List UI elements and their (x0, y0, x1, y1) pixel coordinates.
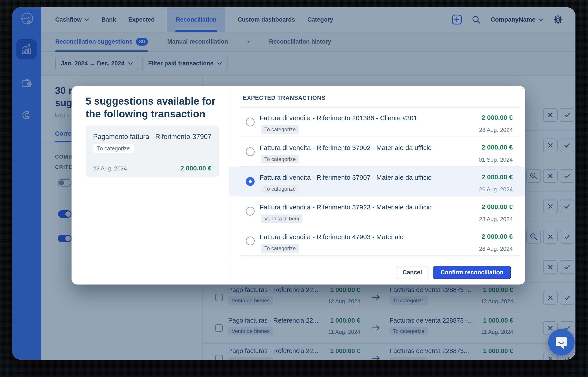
modal-source-panel: 5 suggestions available for the followin… (71, 86, 229, 284)
suggestion-radio-checked[interactable] (246, 177, 255, 186)
suggestion-amount: 2 000.00 € (482, 114, 513, 121)
source-transaction-date: 28 Aug. 2024 (93, 165, 127, 172)
modal-footer: Cancel Confirm reconciliation (229, 260, 525, 284)
suggestion-amount: 2 000.00 € (482, 143, 513, 151)
confirm-reconciliation-button[interactable]: Confirm reconciliation (433, 266, 511, 279)
chat-bubble-icon (554, 335, 568, 349)
suggestion-row[interactable]: Fattura di vendita - Riferimento 47903 -… (229, 226, 525, 256)
suggestion-row[interactable]: Fattura di vendita - Riferimento 201386 … (229, 107, 525, 137)
suggestion-date: 26 Aug. 2024 (479, 186, 513, 193)
suggestion-row[interactable]: Fattura di vendita - Riferimento 37923 -… (229, 196, 525, 226)
suggestion-category-badge: To categorize (261, 244, 299, 253)
suggestion-title: Fattura di vendita - Riferimento 37902 -… (260, 144, 432, 152)
cancel-button[interactable]: Cancel (396, 266, 429, 279)
source-transaction-amount: 2 000.00 € (180, 165, 212, 172)
suggestion-title: Fattura di vendita - Riferimento 47903 -… (260, 233, 404, 241)
suggestion-radio[interactable] (246, 207, 255, 216)
suggestion-title: Fattura di vendita - Riferimento 201386 … (260, 114, 417, 122)
suggestion-amount: 2 000.00 € (482, 173, 513, 181)
suggestion-row-selected[interactable]: Fattura di vendita - Riferimento 37907 -… (229, 167, 525, 196)
screen: { "colors": { "accent": "#2b55e0", "link… (0, 0, 588, 377)
suggestion-title: Fattura di vendita - Riferimento 37907 -… (260, 174, 432, 181)
suggestion-date: 28 Aug. 2024 (479, 216, 513, 223)
suggestion-radio[interactable] (246, 118, 255, 126)
suggestion-date: 28 Aug. 2024 (479, 246, 513, 252)
source-transaction-title: Pagamento fattura - Riferimento-37907 (93, 132, 212, 141)
source-category-badge: To categorize (93, 144, 134, 153)
suggestion-category-badge: To categorize (261, 155, 299, 163)
app-window: Cashflow Bank Expected Reconciliation Cu… (12, 7, 576, 360)
suggestion-list: Fattura di vendita - Riferimento 201386 … (229, 107, 525, 256)
suggestion-date: 01 Sep. 2024 (479, 156, 513, 163)
suggestion-radio[interactable] (246, 147, 255, 156)
suggestion-category-badge: To categorize (261, 125, 299, 134)
suggestion-category-badge: Vendita di beni (261, 214, 302, 223)
suggestion-date: 28 Aug. 2024 (479, 127, 513, 133)
chat-support-button[interactable] (548, 329, 575, 355)
expected-transactions-header: EXPECTED TRANSACTIONS (243, 94, 326, 101)
suggestion-title: Fattura di vendita - Riferimento 37923 -… (260, 203, 432, 211)
suggestion-row[interactable]: Fattura di vendita - Riferimento 37902 -… (229, 137, 525, 167)
source-transaction-card: Pagamento fattura - Riferimento-37907 To… (86, 126, 219, 177)
reconciliation-suggestions-modal: 5 suggestions available for the followin… (71, 86, 525, 284)
suggestion-category-badge: To categorize (261, 185, 299, 193)
modal-suggestions-panel: EXPECTED TRANSACTIONS Fattura di vendita… (229, 86, 525, 284)
suggestion-radio[interactable] (246, 236, 255, 245)
suggestion-amount: 2 000.00 € (482, 233, 513, 240)
modal-title: 5 suggestions available for the followin… (86, 95, 218, 120)
suggestion-amount: 2 000.00 € (482, 203, 513, 211)
